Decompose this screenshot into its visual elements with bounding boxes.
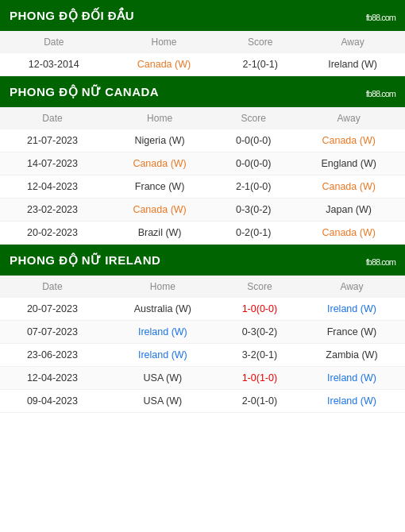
col-home-3: Home [105,276,221,298]
table-row: 07-07-2023 Ireland (W) 0-3(0-2) France (… [0,321,405,344]
col-date-3: Date [0,276,105,298]
col-score-2: Score [214,107,292,129]
cell-date: 07-07-2023 [0,321,105,344]
cell-away: England (W) [292,152,405,175]
cell-score: 0-0(0-0) [214,129,292,152]
table-row: 12-04-2023 France (W) 2-1(0-0) Canada (W… [0,175,405,199]
fb88-logo-1: fb88.com [366,6,395,25]
logo-suffix-3: .com [380,257,395,267]
fb88-logo-3: fb88.com [366,251,395,269]
cell-date: 12-04-2023 [0,367,105,390]
table-row: 12-03-2014 Canada (W) 2-1(0-1) Ireland (… [0,53,405,76]
cell-score: 0-3(0-2) [221,321,299,344]
section-title-nu-ireland: PHONG ĐỘ NỮ IRELAND [10,253,160,268]
cell-date: 20-02-2023 [0,222,105,245]
cell-away: Japan (W) [292,199,405,222]
cell-home: USA (W) [105,390,221,413]
cell-score: 2-1(0-1) [220,53,300,76]
cell-home: Ireland (W) [105,344,221,367]
section-title-doi-dau: PHONG ĐỘ ĐỐI ĐẦU [10,9,134,23]
table-nu-canada: Date Home Score Away 21-07-2023 Nigeria … [0,107,405,245]
section-nu-ireland: PHONG ĐỘ NỮ IRELAND fb88.com Date Home S… [0,245,405,413]
cell-date: 12-04-2023 [0,175,105,199]
cell-home: USA (W) [105,367,221,390]
section-header-nu-canada: PHONG ĐỘ NỮ CANADA fb88.com [0,76,405,107]
section-doi-dau: PHONG ĐỘ ĐỐI ĐẦU fb88.com Date Home Scor… [0,0,405,76]
col-away-2: Away [292,107,405,129]
section-header-doi-dau: PHONG ĐỘ ĐỐI ĐẦU fb88.com [0,0,405,31]
table-row: 23-02-2023 Canada (W) 0-3(0-2) Japan (W) [0,199,405,222]
cell-score: 3-2(0-1) [221,344,299,367]
col-date-2: Date [0,107,105,129]
cell-date: 21-07-2023 [0,129,105,152]
cell-home: Ireland (W) [105,321,221,344]
logo-suffix-1: .com [380,13,395,22]
fb88-logo-2: fb88.com [366,83,395,101]
table-row: 09-04-2023 USA (W) 2-0(1-0) Ireland (W) [0,390,405,413]
col-home-1: Home [108,31,221,53]
cell-away: Canada (W) [292,175,405,199]
table-doi-dau: Date Home Score Away 12-03-2014 Canada (… [0,31,405,76]
col-away-3: Away [299,276,405,298]
cell-score: 1-0(1-0) [221,367,299,390]
cell-date: 23-02-2023 [0,199,105,222]
table-row: 14-07-2023 Canada (W) 0-0(0-0) England (… [0,152,405,175]
logo-suffix-2: .com [380,89,395,98]
cell-home: France (W) [105,175,214,199]
cell-score: 0-0(0-0) [214,152,292,175]
table-row: 23-06-2023 Ireland (W) 3-2(0-1) Zambia (… [0,344,405,367]
cell-away: Canada (W) [292,129,405,152]
cell-date: 20-07-2023 [0,298,105,321]
cell-home: Nigeria (W) [105,129,214,152]
cell-date: 12-03-2014 [0,53,108,76]
cell-away: Zambia (W) [299,344,405,367]
cell-home: Australia (W) [105,298,221,321]
cell-date: 09-04-2023 [0,390,105,413]
col-away-1: Away [300,31,405,53]
col-score-1: Score [220,31,300,53]
table-row: 20-02-2023 Brazil (W) 0-2(0-1) Canada (W… [0,222,405,245]
cell-home: Canada (W) [105,199,214,222]
cell-score: 0-3(0-2) [214,199,292,222]
col-date-1: Date [0,31,108,53]
cell-score: 2-1(0-0) [214,175,292,199]
cell-away: Ireland (W) [299,390,405,413]
cell-away: Canada (W) [292,222,405,245]
section-title-nu-canada: PHONG ĐỘ NỮ CANADA [10,85,159,99]
col-home-2: Home [105,107,214,129]
cell-away: Ireland (W) [299,298,405,321]
table-row: 21-07-2023 Nigeria (W) 0-0(0-0) Canada (… [0,129,405,152]
col-score-3: Score [221,276,299,298]
table-row: 12-04-2023 USA (W) 1-0(1-0) Ireland (W) [0,367,405,390]
cell-home: Brazil (W) [105,222,214,245]
cell-home: Canada (W) [108,53,221,76]
cell-away: Ireland (W) [299,367,405,390]
cell-date: 23-06-2023 [0,344,105,367]
cell-home: Canada (W) [105,152,214,175]
cell-score: 0-2(0-1) [214,222,292,245]
cell-away: France (W) [299,321,405,344]
cell-away: Ireland (W) [300,53,405,76]
table-row: 20-07-2023 Australia (W) 1-0(0-0) Irelan… [0,298,405,321]
table-nu-ireland: Date Home Score Away 20-07-2023 Australi… [0,276,405,413]
cell-score: 2-0(1-0) [221,390,299,413]
section-nu-canada: PHONG ĐỘ NỮ CANADA fb88.com Date Home Sc… [0,76,405,245]
section-header-nu-ireland: PHONG ĐỘ NỮ IRELAND fb88.com [0,245,405,276]
cell-date: 14-07-2023 [0,152,105,175]
cell-score: 1-0(0-0) [221,298,299,321]
